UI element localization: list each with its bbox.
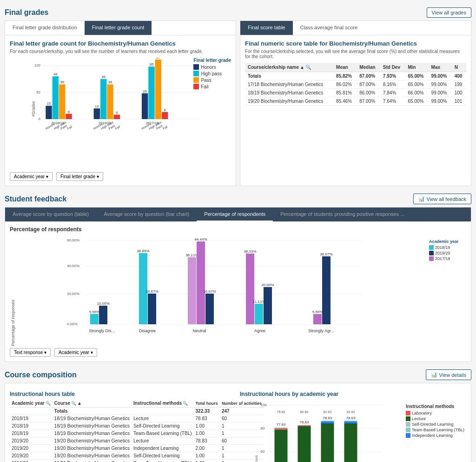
instruct-table-cell: 2.00 [194,445,220,452]
tab-pct-positive[interactable]: Percentage of students providing positiv… [273,208,412,221]
tab-avg-bar[interactable]: Average score by question (bar chart) [96,208,197,221]
instruct-table-cell [132,408,194,415]
instruct-table-cell: Team-Based Learning (TBL) [132,430,194,437]
col-min: Min [405,63,429,72]
svg-text:77.83: 77.83 [276,422,286,427]
svg-text:Fail: Fail [114,125,120,130]
final-grades-header: Final grades View all grades [5,5,471,20]
instruct-table-row: 2018/1918/19 Biochemistry/Human Genetics… [10,415,264,422]
score-table-cell: 7.84% [380,89,405,97]
instruct-legend-title: Instructional methods [406,404,464,409]
tab-distribution[interactable]: Final letter grade distribution [5,21,85,35]
score-table-cell: 101 [452,97,466,106]
independent-color [406,433,410,438]
course-title: Course composition [5,371,77,379]
course-header: Course composition 📊 View details [5,367,471,383]
instruct-table-cell: Independent Learning [132,445,194,452]
view-all-grades-button[interactable]: View all grades [427,7,471,18]
score-table-row: 17/18 Biochemistry/Human Genetics86.02%8… [245,80,466,89]
score-table-cell: 87.00% [357,97,380,106]
svg-text:50: 50 [36,90,40,94]
instruct-table-cell: 2018/19 [10,422,53,430]
instruct-table-title: Instructional hours table [10,391,236,397]
instruct-table-cell: 78.83 [194,415,220,422]
ay-search-icon[interactable]: 🔍 [46,401,51,406]
tab-avg-table[interactable]: Average score by question (table) [5,208,96,221]
lab-color [406,411,410,415]
instruct-table: Academic year 🔍 Course 🔍 ▲ [10,399,264,462]
score-table-cell: Totals [245,72,333,80]
ay-legend-2018: 2018/19 [429,245,466,250]
svg-text:Strongly Agr...: Strongly Agr... [308,328,334,333]
grades-panel-subtitle: For each course/clerkship, you will see … [10,49,231,54]
instruct-table-cell: Lecture [132,437,194,445]
final-grades-title: Final grades [5,8,48,17]
ay-legend-2019: 2019/20 [429,251,466,255]
tab-score-table[interactable]: Final score table [240,21,293,35]
instruct-table-cell: Lecture [132,415,194,422]
instruct-table-cell: 2018/19 [10,415,53,422]
score-table-header-row: Course/clerkship name ▲ 🔍 Mean Median St… [245,63,466,72]
svg-text:5.56%: 5.56% [89,310,100,314]
svg-text:45: 45 [101,75,106,79]
bar-2018-honors [46,106,52,119]
score-table-cell: 19/20 Biochemistry/Human Genetics [245,97,333,106]
instruct-table-row: 2018/1918/19 Biochemistry/Human Genetics… [10,430,264,437]
methods-search-icon[interactable]: 🔍 [183,401,188,406]
feedback-panel: Average score by question (table) Averag… [5,207,471,362]
bar-2019-highpass [100,79,106,119]
legend-highpass: High pass [193,71,231,76]
svg-text:82.83: 82.83 [324,410,332,414]
selfdirected-color [406,422,410,427]
text-response-dropdown[interactable]: Text response ▾ [10,348,51,357]
letter-grade-dropdown[interactable]: Final letter grade ▾ [56,172,103,181]
sort-icon[interactable]: ▲ [300,65,304,70]
svg-text:12: 12 [95,104,99,108]
svg-text:95: 95 [150,62,153,67]
score-table-cell: 17/18 Biochemistry/Human Genetics [245,80,333,89]
svg-text:29: 29 [143,89,147,94]
instruct-table-cell: Self-Directed Learning [132,422,194,430]
score-table-cell: 85.82% [333,72,357,80]
course-section: Course composition 📊 View details Instru… [5,367,471,462]
legend-lecture: Lecture [406,416,464,421]
academic-year-dropdown[interactable]: Academic year ▾ [10,172,53,181]
tab-class-average[interactable]: Class average final score [293,21,365,35]
instruct-table-cell: 2019/20 [10,452,53,460]
details-icon: 📊 [431,372,437,378]
feedback-academic-year-dropdown[interactable]: Academic year ▾ [54,348,97,357]
instruct-table-cell: Team-Based Learning (TBL) [132,460,194,462]
instruct-table-cell: 19/20 Biochemistry/Human Genetics [53,452,132,460]
feedback-controls: Text response ▾ Academic year ▾ [10,348,466,357]
instruct-table-cell: 2019/20 [10,445,53,452]
sort-asc-icon[interactable]: ▲ [77,401,82,406]
score-table-cell: 85.81% [333,89,357,97]
bar-stronglydis-2018 [90,314,99,324]
view-details-button[interactable]: 📊 View details [426,369,472,380]
bar-1920-tbl [321,421,334,422]
search-icon[interactable]: 🔍 [305,65,311,70]
svg-text:80.83: 80.83 [300,410,309,414]
ay-2018-color [429,245,434,250]
fail-color [193,84,199,89]
instruct-bar-chart-svg: 100 80 60 40 20 0 Total hours [240,399,404,462]
svg-text:8: 8 [164,108,166,112]
feedback-chart-wrapper: Percentage of responses 60.00% 40.00% 20… [10,234,466,346]
legend-honors: Honors [193,64,231,70]
instruct-table-cell [10,408,53,415]
tab-count[interactable]: Final letter grade count [85,21,152,35]
score-table-row: Totals85.82%87.00%7.93%65.00%99.00%400 [245,72,466,80]
svg-text:16.67%: 16.67% [203,289,216,294]
bar-disagree-2019 [148,294,156,324]
instruct-table-row: 2019/2019/20 Biochemistry/Human Genetics… [10,460,264,462]
col-n: N [452,63,466,72]
bar-1819-lab [298,425,311,426]
grades-legend: Final letter grade Honors High pass [193,58,231,90]
score-table-cell: 99.00% [429,72,452,80]
course-search-icon[interactable]: 🔍 [71,401,76,406]
bar-2017-pass [155,60,161,119]
view-all-feedback-button[interactable]: 📊 View all feedback [413,194,471,204]
bar-disagree-2018 [139,253,147,324]
instruct-chart-content: 100 80 60 40 20 0 Total hours [240,399,466,462]
tab-pct-respondents[interactable]: Percentage of respondents [197,208,273,221]
